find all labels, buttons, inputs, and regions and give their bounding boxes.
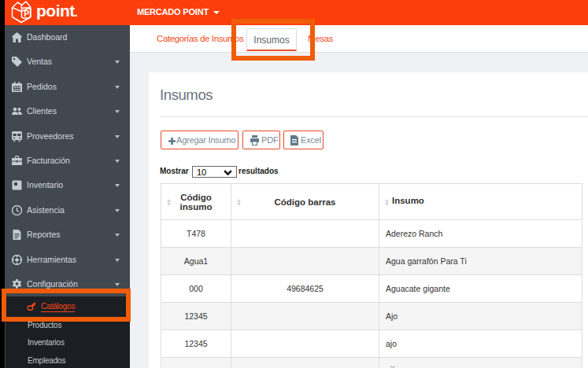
- svg-text:P: P: [24, 9, 29, 18]
